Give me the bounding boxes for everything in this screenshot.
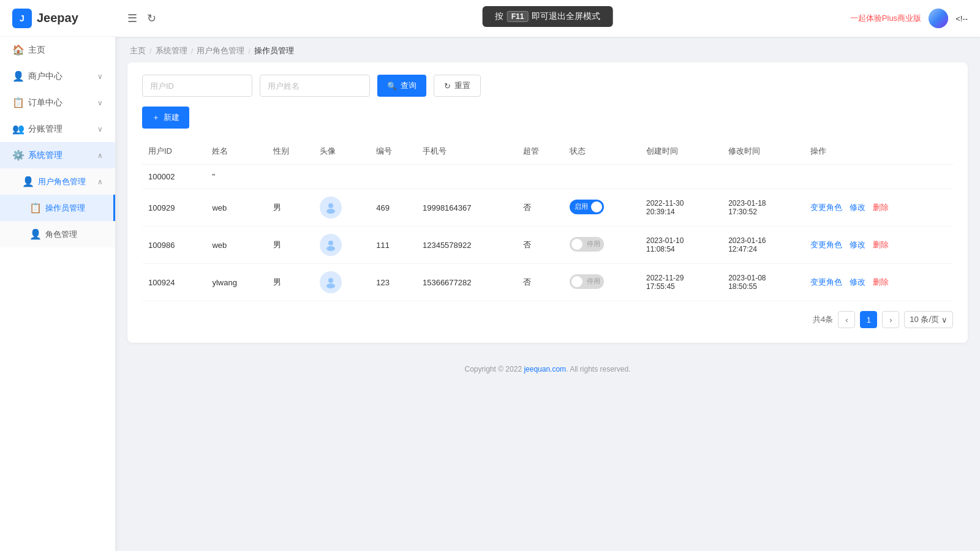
change-role-link[interactable]: 变更角色	[810, 277, 842, 287]
breadcrumb-home[interactable]: 主页	[130, 45, 146, 56]
fullscreen-exit-label: 即可退出全屏模式	[532, 11, 600, 22]
breadcrumb: 主页 / 系统管理 / 用户角色管理 / 操作员管理	[115, 37, 980, 62]
cell-modified: 2023-01-08 18:50:55	[722, 264, 804, 301]
fullscreen-press-label: 按	[495, 11, 503, 22]
home-icon: 🏠	[12, 44, 23, 56]
svg-point-2	[326, 209, 335, 214]
page-1-button[interactable]: 1	[860, 311, 877, 328]
cell-userid: 100002	[142, 165, 206, 189]
user-id-input[interactable]	[142, 75, 252, 97]
status-toggle[interactable]: 停用	[570, 237, 604, 252]
chevron-up-icon: ∧	[97, 151, 103, 160]
col-name: 姓名	[206, 138, 267, 165]
col-gender: 性别	[267, 138, 314, 165]
sidebar-item-system[interactable]: ⚙️ 系统管理 ∧	[0, 142, 115, 168]
username-input[interactable]	[260, 75, 370, 97]
sidebar-item-home[interactable]: 🏠 主页	[0, 37, 115, 63]
change-role-link[interactable]: 变更角色	[810, 240, 842, 249]
plus-commercial-link[interactable]: 一起体验Plus商业版	[850, 13, 921, 24]
col-created: 创建时间	[640, 138, 722, 165]
cell-gender: 男	[267, 227, 314, 264]
refresh-icon[interactable]: ↻	[147, 12, 156, 25]
sidebar-item-roles[interactable]: 👤 角色管理	[0, 221, 115, 247]
status-toggle[interactable]: 停用	[570, 274, 604, 289]
footer-link[interactable]: jeequan.com	[524, 365, 566, 373]
table-row: 100924 ylwang 男 123 15366677282 否 停用 202…	[142, 264, 953, 301]
edit-link[interactable]: 修改	[850, 277, 865, 287]
breadcrumb-system[interactable]: 系统管理	[156, 45, 187, 56]
svg-point-5	[328, 278, 333, 283]
cell-gender: 男	[267, 264, 314, 301]
change-role-link[interactable]: 变更角色	[810, 203, 842, 212]
cell-phone: 19998164367	[417, 189, 517, 227]
topbar: ☰ ↻ 按 F11 即可退出全屏模式 一起体验Plus商业版 <!--	[115, 0, 980, 37]
status-toggle[interactable]: 启用	[570, 200, 604, 214]
col-actions: 操作	[804, 138, 953, 165]
sidebar-item-label: 订单中心	[28, 97, 62, 108]
operator-icon: 📋	[29, 202, 40, 214]
cell-actions: 变更角色 修改 删除	[804, 189, 953, 227]
col-userid: 用户ID	[142, 138, 206, 165]
avatar	[929, 9, 948, 28]
cell-status: 停用	[564, 227, 640, 264]
f11-badge: F11	[507, 11, 529, 22]
chevron-down-icon: ∨	[97, 72, 103, 81]
breadcrumb-role[interactable]: 用户角色管理	[197, 45, 244, 56]
merchant-icon: 👤	[12, 70, 23, 82]
chevron-down-icon: ∨	[97, 99, 103, 107]
next-page-button[interactable]: ›	[882, 311, 899, 328]
reset-button[interactable]: ↻ 重置	[434, 75, 481, 97]
prev-page-button[interactable]: ‹	[838, 311, 855, 328]
cell-phone: 15366677282	[417, 264, 517, 301]
sidebar-item-operator[interactable]: 📋 操作员管理	[0, 195, 115, 221]
new-button[interactable]: ＋ 新建	[142, 107, 189, 129]
cell-userid: 100986	[142, 227, 206, 264]
page-size-selector[interactable]: 10 条/页 ∨	[904, 311, 953, 328]
system-icon: ⚙️	[12, 149, 23, 161]
edit-link[interactable]: 修改	[850, 240, 865, 249]
cell-phone: 12345578922	[417, 227, 517, 264]
svg-point-4	[326, 246, 335, 251]
col-phone: 手机号	[417, 138, 517, 165]
total-count: 共4条	[813, 314, 833, 325]
cell-modified: 2023-01-18 17:30:52	[722, 189, 804, 227]
delete-link[interactable]: 删除	[873, 277, 889, 287]
cell-super: 否	[517, 264, 564, 301]
edit-link[interactable]: 修改	[850, 203, 865, 212]
footer: Copyright © 2022 jeequan.com. All rights…	[115, 355, 980, 383]
table-row: 100986 web 男 111 12345578922 否 停用 2023-0…	[142, 227, 953, 264]
delete-link[interactable]: 删除	[873, 240, 889, 249]
search-bar: 🔍 查询 ↻ 重置	[142, 75, 953, 97]
cell-status: 启用	[564, 189, 640, 227]
cell-number: 123	[370, 264, 417, 301]
sidebar-item-order[interactable]: 📋 订单中心 ∨	[0, 89, 115, 116]
breadcrumb-current: 操作员管理	[254, 45, 294, 56]
chevron-down-icon: ∨	[97, 125, 103, 133]
cell-userid: 100929	[142, 189, 206, 227]
main-card: 🔍 查询 ↻ 重置 ＋ 新建 用户ID	[127, 62, 968, 343]
sidebar-item-role-management[interactable]: 👤 用户角色管理 ∧	[0, 168, 115, 195]
content-area: 主页 / 系统管理 / 用户角色管理 / 操作员管理 🔍 查询 ↻ 重置	[115, 37, 980, 551]
cell-name: web	[206, 227, 267, 264]
delete-link[interactable]: 删除	[873, 203, 889, 212]
sidebar-item-split[interactable]: 👥 分账管理 ∨	[0, 116, 115, 142]
sidebar-item-label: 系统管理	[28, 150, 62, 161]
chevron-up-icon: ∧	[97, 178, 103, 186]
breadcrumb-sep: /	[248, 47, 251, 56]
menu-toggle-icon[interactable]: ☰	[127, 12, 137, 25]
table-row: 100002 "	[142, 165, 953, 189]
svg-rect-0	[929, 9, 948, 28]
sidebar-item-merchant[interactable]: 👤 商户中心 ∨	[0, 63, 115, 89]
sidebar-sub-label: 角色管理	[45, 229, 77, 240]
cell-created: 2023-01-10 11:08:54	[640, 227, 722, 264]
sidebar: J Jeepay 🏠 主页 👤 商户中心 ∨ 📋 订单中心 ∨ 👥 分账管理 ∨…	[0, 0, 115, 551]
cell-avatar	[314, 189, 370, 227]
query-button[interactable]: 🔍 查询	[377, 75, 426, 97]
cell-avatar	[314, 227, 370, 264]
sidebar-sub-label: 操作员管理	[45, 203, 85, 214]
cell-super: 否	[517, 189, 564, 227]
user-role-icon: 👤	[22, 176, 33, 187]
cell-avatar	[314, 264, 370, 301]
table-row: 100929 web 男 469 19998164367 否 启用 2022-1…	[142, 189, 953, 227]
reset-icon: ↻	[444, 81, 451, 91]
